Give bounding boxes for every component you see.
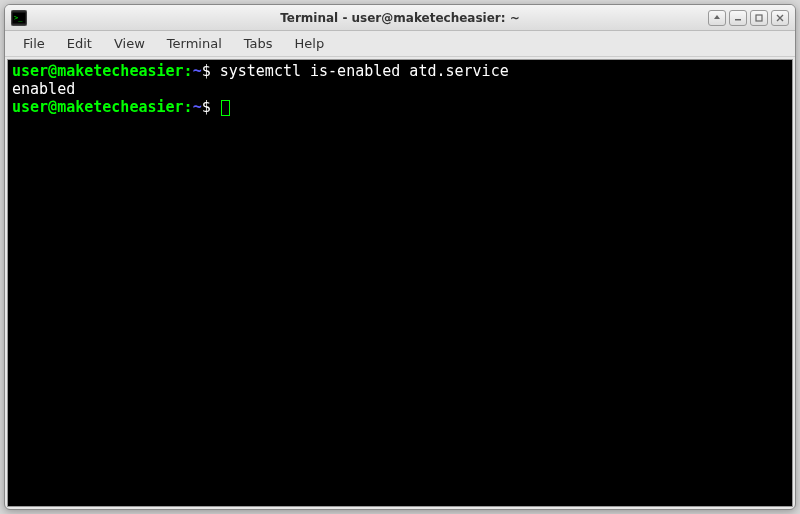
svg-rect-3 [735, 19, 741, 21]
menubar: File Edit View Terminal Tabs Help [5, 31, 795, 57]
close-button[interactable] [771, 10, 789, 26]
prompt-symbol: $ [202, 62, 220, 80]
prompt-separator: : [184, 98, 193, 116]
svg-text:>_: >_ [14, 14, 23, 22]
svg-rect-4 [756, 15, 762, 21]
menu-edit[interactable]: Edit [57, 33, 102, 54]
terminal-viewport[interactable]: user@maketecheasier:~$ systemctl is-enab… [7, 59, 793, 507]
menu-terminal[interactable]: Terminal [157, 33, 232, 54]
terminal-line: user@maketecheasier:~$ systemctl is-enab… [12, 62, 788, 80]
menu-tabs[interactable]: Tabs [234, 33, 283, 54]
command-text: systemctl is-enabled atd.service [220, 62, 509, 80]
maximize-button[interactable] [750, 10, 768, 26]
output-text: enabled [12, 80, 75, 98]
menu-file[interactable]: File [13, 33, 55, 54]
prompt-separator: : [184, 62, 193, 80]
menu-help[interactable]: Help [285, 33, 335, 54]
minimize-button[interactable] [729, 10, 747, 26]
prompt-symbol: $ [202, 98, 220, 116]
stick-button[interactable] [708, 10, 726, 26]
prompt-path: ~ [193, 98, 202, 116]
window-controls [708, 10, 789, 26]
prompt-path: ~ [193, 62, 202, 80]
cursor [221, 100, 230, 116]
prompt-user: user@maketecheasier [12, 62, 184, 80]
terminal-app-icon: >_ [11, 10, 27, 26]
prompt-user: user@maketecheasier [12, 98, 184, 116]
titlebar[interactable]: >_ Terminal - user@maketecheasier: ~ [5, 5, 795, 31]
terminal-line: enabled [12, 80, 788, 98]
window-title: Terminal - user@maketecheasier: ~ [5, 11, 795, 25]
menu-view[interactable]: View [104, 33, 155, 54]
terminal-window: >_ Terminal - user@maketecheasier: ~ Fil… [4, 4, 796, 510]
terminal-line: user@maketecheasier:~$ [12, 98, 788, 116]
